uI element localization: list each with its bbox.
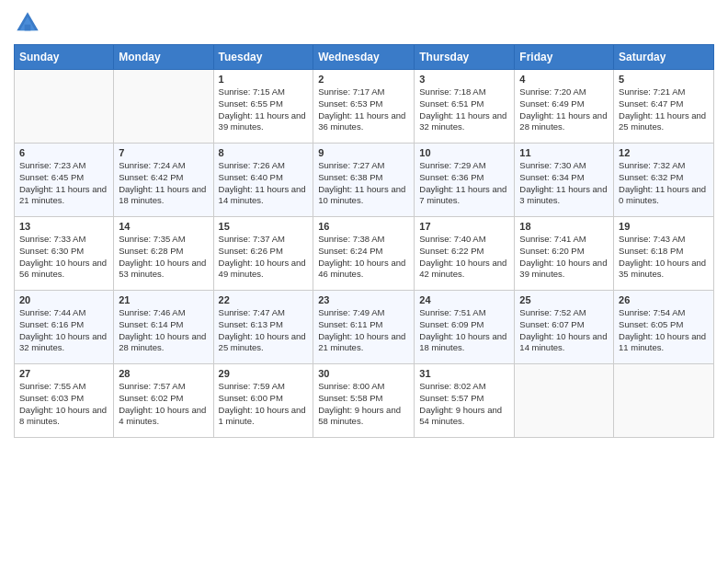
calendar-cell: 29Sunrise: 7:59 AMSunset: 6:00 PMDayligh… xyxy=(213,364,313,438)
day-header-sunday: Sunday xyxy=(15,45,114,70)
cell-text: Sunrise: 7:43 AMSunset: 6:18 PMDaylight:… xyxy=(619,234,709,281)
day-number: 29 xyxy=(219,368,309,379)
cell-text: Sunrise: 7:44 AMSunset: 6:16 PMDaylight:… xyxy=(19,307,108,354)
cell-text: Sunrise: 7:27 AMSunset: 6:38 PMDaylight:… xyxy=(318,160,409,207)
day-number: 11 xyxy=(519,147,609,158)
cell-text: Sunrise: 7:38 AMSunset: 6:24 PMDaylight:… xyxy=(318,234,409,281)
calendar-cell: 9Sunrise: 7:27 AMSunset: 6:38 PMDaylight… xyxy=(313,144,415,217)
day-number: 27 xyxy=(19,368,108,379)
day-number: 2 xyxy=(318,74,409,85)
day-number: 30 xyxy=(318,368,409,379)
day-number: 3 xyxy=(419,74,509,85)
calendar-cell: 30Sunrise: 8:00 AMSunset: 5:58 PMDayligh… xyxy=(313,364,415,438)
cell-text: Sunrise: 8:02 AMSunset: 5:57 PMDaylight:… xyxy=(419,381,509,428)
day-number: 26 xyxy=(619,294,709,305)
day-header-monday: Monday xyxy=(114,45,213,70)
calendar-cell xyxy=(515,364,614,438)
day-number: 17 xyxy=(419,221,509,232)
logo xyxy=(14,9,45,37)
cell-text: Sunrise: 7:20 AMSunset: 6:49 PMDaylight:… xyxy=(519,86,609,133)
day-number: 4 xyxy=(519,74,609,85)
day-header-saturday: Saturday xyxy=(614,45,714,70)
calendar-cell: 23Sunrise: 7:49 AMSunset: 6:11 PMDayligh… xyxy=(313,291,415,364)
svg-rect-2 xyxy=(25,25,31,31)
day-number: 6 xyxy=(19,147,108,158)
calendar-cell xyxy=(15,70,114,144)
day-number: 22 xyxy=(219,294,309,305)
cell-text: Sunrise: 7:54 AMSunset: 6:05 PMDaylight:… xyxy=(619,307,709,354)
cell-text: Sunrise: 7:46 AMSunset: 6:14 PMDaylight:… xyxy=(119,307,208,354)
calendar-cell: 24Sunrise: 7:51 AMSunset: 6:09 PMDayligh… xyxy=(415,291,515,364)
days-header-row: SundayMondayTuesdayWednesdayThursdayFrid… xyxy=(15,45,714,70)
cell-text: Sunrise: 8:00 AMSunset: 5:58 PMDaylight:… xyxy=(318,381,409,428)
cell-text: Sunrise: 7:59 AMSunset: 6:00 PMDaylight:… xyxy=(219,381,309,428)
day-number: 12 xyxy=(619,147,709,158)
day-number: 14 xyxy=(119,221,208,232)
cell-text: Sunrise: 7:51 AMSunset: 6:09 PMDaylight:… xyxy=(419,307,509,354)
cell-text: Sunrise: 7:33 AMSunset: 6:30 PMDaylight:… xyxy=(19,234,108,281)
calendar-cell: 31Sunrise: 8:02 AMSunset: 5:57 PMDayligh… xyxy=(415,364,515,438)
calendar-cell: 20Sunrise: 7:44 AMSunset: 6:16 PMDayligh… xyxy=(15,291,114,364)
cell-text: Sunrise: 7:37 AMSunset: 6:26 PMDaylight:… xyxy=(219,234,309,281)
day-number: 10 xyxy=(419,147,509,158)
day-number: 19 xyxy=(619,221,709,232)
day-number: 5 xyxy=(619,74,709,85)
cell-text: Sunrise: 7:41 AMSunset: 6:20 PMDaylight:… xyxy=(519,234,609,281)
cell-text: Sunrise: 7:26 AMSunset: 6:40 PMDaylight:… xyxy=(219,160,309,207)
day-header-wednesday: Wednesday xyxy=(313,45,415,70)
calendar-table: SundayMondayTuesdayWednesdayThursdayFrid… xyxy=(14,44,714,438)
day-number: 20 xyxy=(19,294,108,305)
calendar-cell: 3Sunrise: 7:18 AMSunset: 6:51 PMDaylight… xyxy=(415,70,515,144)
cell-text: Sunrise: 7:32 AMSunset: 6:32 PMDaylight:… xyxy=(619,160,709,207)
calendar-cell: 14Sunrise: 7:35 AMSunset: 6:28 PMDayligh… xyxy=(114,217,213,291)
day-number: 8 xyxy=(219,147,309,158)
calendar-cell: 7Sunrise: 7:24 AMSunset: 6:42 PMDaylight… xyxy=(114,144,213,217)
week-row-4: 20Sunrise: 7:44 AMSunset: 6:16 PMDayligh… xyxy=(15,291,714,364)
calendar-cell: 13Sunrise: 7:33 AMSunset: 6:30 PMDayligh… xyxy=(15,217,114,291)
day-number: 25 xyxy=(519,294,609,305)
day-number: 21 xyxy=(119,294,208,305)
cell-text: Sunrise: 7:15 AMSunset: 6:55 PMDaylight:… xyxy=(219,86,309,133)
cell-text: Sunrise: 7:57 AMSunset: 6:02 PMDaylight:… xyxy=(119,381,208,428)
cell-text: Sunrise: 7:17 AMSunset: 6:53 PMDaylight:… xyxy=(318,86,409,133)
day-number: 16 xyxy=(318,221,409,232)
calendar-cell: 16Sunrise: 7:38 AMSunset: 6:24 PMDayligh… xyxy=(313,217,415,291)
calendar-cell: 27Sunrise: 7:55 AMSunset: 6:03 PMDayligh… xyxy=(15,364,114,438)
calendar-cell: 12Sunrise: 7:32 AMSunset: 6:32 PMDayligh… xyxy=(614,144,714,217)
day-number: 28 xyxy=(119,368,208,379)
page: SundayMondayTuesdayWednesdayThursdayFrid… xyxy=(0,0,728,447)
cell-text: Sunrise: 7:55 AMSunset: 6:03 PMDaylight:… xyxy=(19,381,108,428)
day-number: 9 xyxy=(318,147,409,158)
cell-text: Sunrise: 7:47 AMSunset: 6:13 PMDaylight:… xyxy=(219,307,309,354)
calendar-cell: 2Sunrise: 7:17 AMSunset: 6:53 PMDaylight… xyxy=(313,70,415,144)
week-row-1: 1Sunrise: 7:15 AMSunset: 6:55 PMDaylight… xyxy=(15,70,714,144)
day-number: 13 xyxy=(19,221,108,232)
day-number: 7 xyxy=(119,147,208,158)
cell-text: Sunrise: 7:21 AMSunset: 6:47 PMDaylight:… xyxy=(619,86,709,133)
calendar-cell: 4Sunrise: 7:20 AMSunset: 6:49 PMDaylight… xyxy=(515,70,614,144)
calendar-cell: 1Sunrise: 7:15 AMSunset: 6:55 PMDaylight… xyxy=(213,70,313,144)
cell-text: Sunrise: 7:35 AMSunset: 6:28 PMDaylight:… xyxy=(119,234,208,281)
cell-text: Sunrise: 7:40 AMSunset: 6:22 PMDaylight:… xyxy=(419,234,509,281)
week-row-2: 6Sunrise: 7:23 AMSunset: 6:45 PMDaylight… xyxy=(15,144,714,217)
calendar-cell: 26Sunrise: 7:54 AMSunset: 6:05 PMDayligh… xyxy=(614,291,714,364)
calendar-cell: 17Sunrise: 7:40 AMSunset: 6:22 PMDayligh… xyxy=(415,217,515,291)
cell-text: Sunrise: 7:23 AMSunset: 6:45 PMDaylight:… xyxy=(19,160,108,207)
cell-text: Sunrise: 7:30 AMSunset: 6:34 PMDaylight:… xyxy=(519,160,609,207)
week-row-3: 13Sunrise: 7:33 AMSunset: 6:30 PMDayligh… xyxy=(15,217,714,291)
calendar-cell: 19Sunrise: 7:43 AMSunset: 6:18 PMDayligh… xyxy=(614,217,714,291)
cell-text: Sunrise: 7:29 AMSunset: 6:36 PMDaylight:… xyxy=(419,160,509,207)
day-header-thursday: Thursday xyxy=(415,45,515,70)
calendar-cell: 28Sunrise: 7:57 AMSunset: 6:02 PMDayligh… xyxy=(114,364,213,438)
calendar-cell xyxy=(614,364,714,438)
day-number: 15 xyxy=(219,221,309,232)
cell-text: Sunrise: 7:49 AMSunset: 6:11 PMDaylight:… xyxy=(318,307,409,354)
calendar-cell: 15Sunrise: 7:37 AMSunset: 6:26 PMDayligh… xyxy=(213,217,313,291)
cell-text: Sunrise: 7:24 AMSunset: 6:42 PMDaylight:… xyxy=(119,160,208,207)
day-number: 18 xyxy=(519,221,609,232)
day-number: 1 xyxy=(219,74,309,85)
logo-icon xyxy=(14,9,41,37)
cell-text: Sunrise: 7:18 AMSunset: 6:51 PMDaylight:… xyxy=(419,86,509,133)
cell-text: Sunrise: 7:52 AMSunset: 6:07 PMDaylight:… xyxy=(519,307,609,354)
header xyxy=(14,9,714,37)
